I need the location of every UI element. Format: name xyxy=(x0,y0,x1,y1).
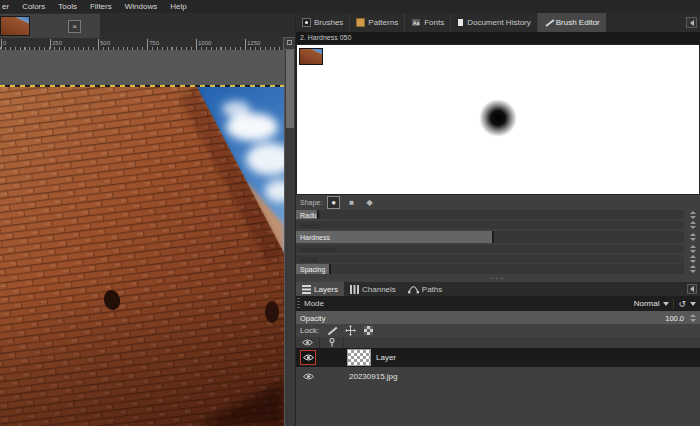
document-icon xyxy=(457,18,464,27)
opacity-slider[interactable]: Opacity 100.0 xyxy=(296,311,700,324)
opacity-label: Opacity xyxy=(300,313,325,322)
tab-paths[interactable]: Paths xyxy=(402,282,448,296)
hardness-spinner[interactable] xyxy=(688,233,697,241)
layers-icon xyxy=(302,285,311,294)
spacing-slider[interactable]: Spacing Spacing xyxy=(296,264,700,274)
layer-thumbnail-transparent[interactable] xyxy=(347,349,371,366)
shape-square-button[interactable]: ■ xyxy=(345,196,358,209)
hardness-slider[interactable]: Hardness Hardness xyxy=(296,231,700,243)
shape-circle-button[interactable]: ● xyxy=(327,196,340,209)
lock-position-icon[interactable] xyxy=(345,325,356,336)
image-canvas[interactable] xyxy=(0,50,285,426)
menu-item-layer-partial[interactable]: er xyxy=(2,0,9,13)
menu-item-colors[interactable]: Colors xyxy=(22,0,45,13)
tab-channels-label: Channels xyxy=(362,285,396,294)
layers-tab-bar: Layers Channels Paths xyxy=(296,282,700,296)
lock-alpha-icon[interactable] xyxy=(364,326,373,335)
tab-patterns-label: Patterns xyxy=(368,18,398,27)
radius-slider[interactable]: Radius Radius xyxy=(296,210,700,219)
brushes-icon xyxy=(302,18,311,27)
mode-select[interactable]: Normal xyxy=(634,299,660,308)
pencil-icon xyxy=(544,18,553,27)
dock-tab-bar: Brushes Patterns Aa Fonts Document Histo… xyxy=(296,13,700,32)
visibility-toggle[interactable] xyxy=(300,369,316,384)
angle-slider[interactable]: Angle xyxy=(296,255,700,263)
tab-brush-editor[interactable]: Brush Editor xyxy=(538,13,606,32)
eye-icon xyxy=(303,373,314,380)
spikes-slider[interactable]: Spikes xyxy=(296,221,700,229)
layer-name[interactable]: Layer xyxy=(376,353,396,362)
layer-row-layer[interactable]: Layer xyxy=(296,348,700,367)
vertical-scrollbar[interactable] xyxy=(285,50,295,426)
angle-spinner[interactable] xyxy=(688,255,697,263)
tab-menu-icon[interactable] xyxy=(686,17,697,28)
gimp-window: er Colors Tools Filters Windows Help × 0… xyxy=(0,0,700,426)
tab-layers-label: Layers xyxy=(314,285,338,294)
menu-bar: er Colors Tools Filters Windows Help xyxy=(0,0,700,13)
menu-item-help[interactable]: Help xyxy=(170,0,186,13)
photo-art xyxy=(0,85,284,426)
chevron-down-icon[interactable] xyxy=(663,302,669,306)
fonts-icon: Aa xyxy=(411,18,421,27)
tab-brushes-label: Brushes xyxy=(314,18,343,27)
tab-fonts[interactable]: Aa Fonts xyxy=(405,13,451,32)
brush-name: 2. Hardness 050 xyxy=(296,32,700,44)
ruler-tick: 1250 xyxy=(245,39,260,49)
right-dock: Brushes Patterns Aa Fonts Document Histo… xyxy=(296,13,700,426)
canvas-image[interactable] xyxy=(0,85,284,426)
tab-brushes[interactable]: Brushes xyxy=(296,13,350,32)
visibility-toggle[interactable] xyxy=(300,350,316,365)
link-column-header[interactable] xyxy=(320,337,344,348)
lock-row: Lock: xyxy=(296,324,700,337)
tab-brush-editor-label: Brush Editor xyxy=(556,18,600,27)
horizontal-ruler[interactable]: 0 250 500 750 1000 1250 xyxy=(0,38,283,50)
image-tab[interactable]: × xyxy=(0,14,100,38)
chevron-down-icon[interactable] xyxy=(690,302,696,306)
layer-name[interactable]: 20230915.jpg xyxy=(349,372,398,381)
eye-icon xyxy=(302,339,313,346)
dock-splitter-handle[interactable]: ··· xyxy=(296,274,700,282)
tab-patterns[interactable]: Patterns xyxy=(350,13,405,32)
opacity-spinner[interactable] xyxy=(688,314,697,322)
ruler-tick: 0 xyxy=(1,39,6,49)
layer-thumbnail-photo[interactable] xyxy=(299,48,323,65)
ruler-tick: 250 xyxy=(50,39,62,49)
menu-item-windows[interactable]: Windows xyxy=(125,0,157,13)
mode-group-switch-icon[interactable]: ↺ xyxy=(678,299,686,309)
shape-row: Shape: ● ■ ◆ xyxy=(296,195,700,209)
layers-list-empty-area[interactable] xyxy=(296,386,700,426)
paths-icon xyxy=(408,285,419,294)
lock-pixels-icon[interactable] xyxy=(327,326,337,336)
aspect-ratio-spinner[interactable] xyxy=(688,245,697,253)
close-tab-icon[interactable]: × xyxy=(68,20,81,33)
ruler-tick: 1000 xyxy=(196,39,211,49)
visibility-column-header[interactable] xyxy=(296,337,320,348)
menu-item-filters[interactable]: Filters xyxy=(90,0,112,13)
spacing-spinner[interactable] xyxy=(688,265,697,273)
tab-paths-label: Paths xyxy=(422,285,442,294)
mode-row: Mode Normal ↺ xyxy=(296,296,700,311)
tab-layers[interactable]: Layers xyxy=(296,282,344,296)
radius-spinner[interactable] xyxy=(688,211,697,219)
link-icon xyxy=(329,338,335,347)
tab-document-history[interactable]: Document History xyxy=(451,13,538,32)
menu-item-tools[interactable]: Tools xyxy=(58,0,77,13)
layer-boundary-dashed xyxy=(0,85,284,87)
layers-menu-icon[interactable] xyxy=(687,284,697,294)
layers-header-row xyxy=(296,337,700,348)
tab-fonts-label: Fonts xyxy=(424,18,444,27)
layer-row-background[interactable]: 20230915.jpg xyxy=(296,367,700,386)
patterns-icon xyxy=(356,18,365,27)
brush-preview xyxy=(296,44,700,195)
vertical-scrollbar-thumb[interactable] xyxy=(286,50,294,128)
aspect-ratio-slider[interactable]: Aspect ratio xyxy=(296,245,700,253)
image-tab-strip: × xyxy=(0,13,296,38)
shape-diamond-button[interactable]: ◆ xyxy=(363,196,376,209)
brush-preview-dot xyxy=(475,95,521,141)
spikes-spinner[interactable] xyxy=(688,221,697,229)
tab-channels[interactable]: Channels xyxy=(344,282,402,296)
opacity-value: 100.0 xyxy=(665,313,684,322)
ruler-tick: 500 xyxy=(98,39,110,49)
eye-icon xyxy=(303,354,314,361)
drag-handle-icon[interactable] xyxy=(297,298,300,309)
